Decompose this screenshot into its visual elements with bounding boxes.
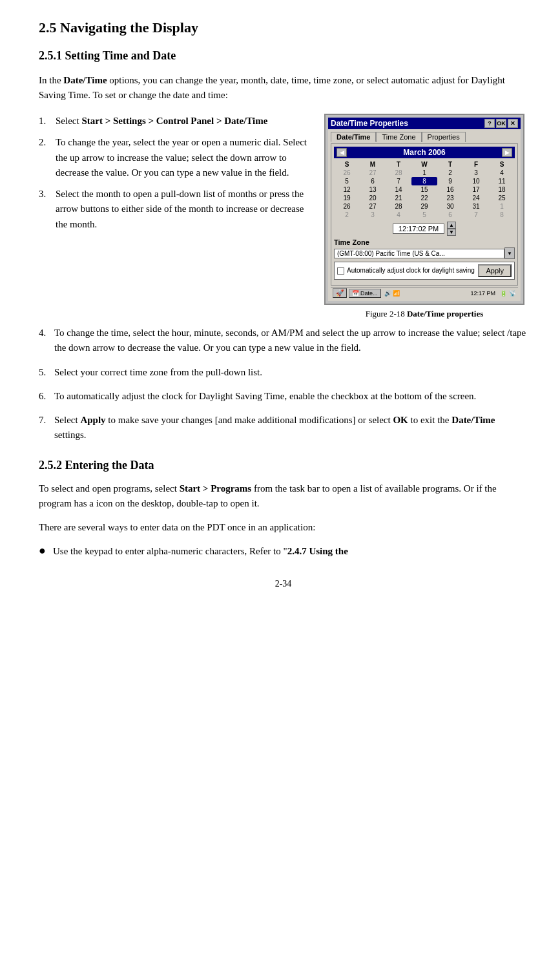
step-2-num: 2. (39, 135, 52, 180)
cal-week-row: 2627282930311 (334, 202, 515, 211)
cal-day-cell[interactable]: 15 (411, 185, 437, 194)
tz-value: (GMT-08:00) Pacific Time (US & Ca... (334, 249, 504, 258)
tz-dropdown-button[interactable]: ▼ (504, 247, 515, 259)
cal-day-cell[interactable]: 4 (386, 211, 411, 219)
cal-week-row: 567891011 (334, 177, 515, 185)
taskbar-speaker-icon: 🔊 (384, 290, 391, 297)
cal-day-cell[interactable]: 5 (334, 177, 360, 185)
cal-day-cell[interactable]: 17 (463, 185, 489, 194)
apply-button[interactable]: Apply (478, 264, 512, 277)
tab-properties[interactable]: Properties (422, 132, 466, 142)
cal-day-cell[interactable]: 1 (411, 169, 437, 177)
taskbar-start[interactable]: 🚀 (333, 288, 347, 298)
taskbar-date-btn[interactable]: 📅 Date... (349, 289, 381, 298)
taskbar-time: 12:17 PM (470, 290, 495, 297)
device-title-text: Date/Time Properties (331, 119, 408, 128)
cal-day-cell[interactable]: 21 (386, 194, 411, 202)
cal-day-cell[interactable]: 24 (463, 194, 489, 202)
cal-day-cell[interactable]: 4 (489, 169, 515, 177)
cal-day-cell[interactable]: 18 (489, 185, 515, 194)
tz-select: (GMT-08:00) Pacific Time (US & Ca... ▼ (334, 247, 515, 259)
tab-bar: Date/Time Time Zone Properties (331, 132, 518, 142)
tab-timezone[interactable]: Time Zone (376, 132, 421, 142)
cal-day-cell[interactable]: 7 (386, 177, 411, 185)
cal-day-cell[interactable]: 8 (411, 177, 437, 185)
tab-datetime[interactable]: Date/Time (331, 132, 376, 142)
time-input[interactable] (393, 224, 444, 234)
cal-day-cell[interactable]: 30 (437, 202, 463, 211)
cal-day-cell[interactable]: 28 (386, 169, 411, 177)
cal-day-cell[interactable]: 10 (463, 177, 489, 185)
time-up-button[interactable]: ▲ (447, 222, 456, 229)
subsection-1-title: 2.5.1 Setting Time and Date (39, 49, 528, 63)
cal-day-cell[interactable]: 2 (437, 169, 463, 177)
cal-next-button[interactable]: ▶ (502, 148, 512, 157)
cal-prev-button[interactable]: ◀ (337, 148, 347, 157)
cal-th-s1: S (334, 160, 360, 169)
cal-day-cell[interactable]: 3 (463, 169, 489, 177)
time-row: ▲ ▼ (334, 222, 515, 236)
cal-day-cell[interactable]: 9 (437, 177, 463, 185)
cal-day-cell[interactable]: 20 (360, 194, 386, 202)
cal-day-cell[interactable]: 11 (489, 177, 515, 185)
cal-day-cell[interactable]: 5 (411, 211, 437, 219)
bullet-list: ● Use the keypad to enter alpha-numeric … (39, 544, 528, 559)
cal-day-cell[interactable]: 3 (360, 211, 386, 219)
cal-day-cell[interactable]: 31 (463, 202, 489, 211)
cal-day-cell[interactable]: 29 (411, 202, 437, 211)
step-7-text: Select Apply to make save your changes [… (54, 413, 528, 443)
calendar-header: ◀ March 2006 ▶ (334, 147, 515, 158)
cal-day-cell[interactable]: 8 (489, 211, 515, 219)
daylight-checkbox[interactable] (337, 267, 344, 275)
cal-day-cell[interactable]: 26 (334, 202, 360, 211)
step-2: 2. To change the year, select the year o… (39, 135, 308, 180)
two-column-layout: 1. Select Start > Settings > Control Pan… (39, 114, 528, 319)
device-titlebar: Date/Time Properties ? OK ✕ (328, 118, 521, 129)
cal-th-t1: T (386, 160, 411, 169)
cal-day-cell[interactable]: 23 (437, 194, 463, 202)
cal-day-cell[interactable]: 25 (489, 194, 515, 202)
cal-header-row: S M T W T F S (334, 160, 515, 169)
ok-button[interactable]: OK (496, 119, 506, 128)
step-4: 4. To change the time, select the hour, … (39, 326, 528, 356)
start-logo: 🚀 (336, 289, 344, 297)
figure-caption-prefix: Figure 2-18 (366, 309, 407, 318)
cal-th-m: M (360, 160, 386, 169)
cal-day-cell[interactable]: 16 (437, 185, 463, 194)
step-6: 6. To automatically adjust the clock for… (39, 389, 528, 404)
intro-paragraph: In the Date/Time options, you can change… (39, 73, 528, 102)
cal-day-cell[interactable]: 14 (386, 185, 411, 194)
cal-day-cell[interactable]: 26 (334, 169, 360, 177)
cal-day-cell[interactable]: 6 (360, 177, 386, 185)
step-4-text: To change the time, select the hour, min… (54, 326, 528, 356)
step-1: 1. Select Start > Settings > Control Pan… (39, 114, 308, 129)
cal-day-cell[interactable]: 28 (386, 202, 411, 211)
cal-day-cell[interactable]: 6 (437, 211, 463, 219)
daylight-row: Automatically adjust clock for daylight … (334, 262, 515, 280)
page-number: 2-34 (39, 579, 528, 589)
close-button[interactable]: ✕ (508, 119, 518, 128)
calendar-table: S M T W T F S 26272812345678910111213141… (334, 160, 515, 219)
time-down-button[interactable]: ▼ (447, 229, 456, 236)
cal-day-cell[interactable]: 13 (360, 185, 386, 194)
bullet-text-1: Use the keypad to enter alpha-numeric ch… (53, 544, 348, 559)
bullet-item-1: ● Use the keypad to enter alpha-numeric … (39, 544, 528, 559)
step-5-num: 5. (39, 365, 50, 380)
cal-month-year: March 2006 (403, 148, 445, 157)
cal-day-cell[interactable]: 19 (334, 194, 360, 202)
cal-day-cell[interactable]: 2 (334, 211, 360, 219)
cal-th-t2: T (437, 160, 463, 169)
taskbar-icons: 🔊 📶 (384, 290, 400, 297)
help-button[interactable]: ? (484, 119, 495, 128)
cal-day-cell[interactable]: 27 (360, 169, 386, 177)
cal-day-cell[interactable]: 1 (489, 202, 515, 211)
cal-day-cell[interactable]: 7 (463, 211, 489, 219)
tz-label: Time Zone (334, 238, 515, 246)
cal-day-cell[interactable]: 27 (360, 202, 386, 211)
steps-list: 1. Select Start > Settings > Control Pan… (39, 114, 308, 232)
cal-day-cell[interactable]: 12 (334, 185, 360, 194)
cal-day-cell[interactable]: 22 (411, 194, 437, 202)
section2-para1-text1: To select and open programs, select (39, 483, 180, 494)
right-column: Date/Time Properties ? OK ✕ Date/Time Ti… (321, 114, 528, 319)
step-1-text: Select Start > Settings > Control Panel … (56, 114, 267, 129)
